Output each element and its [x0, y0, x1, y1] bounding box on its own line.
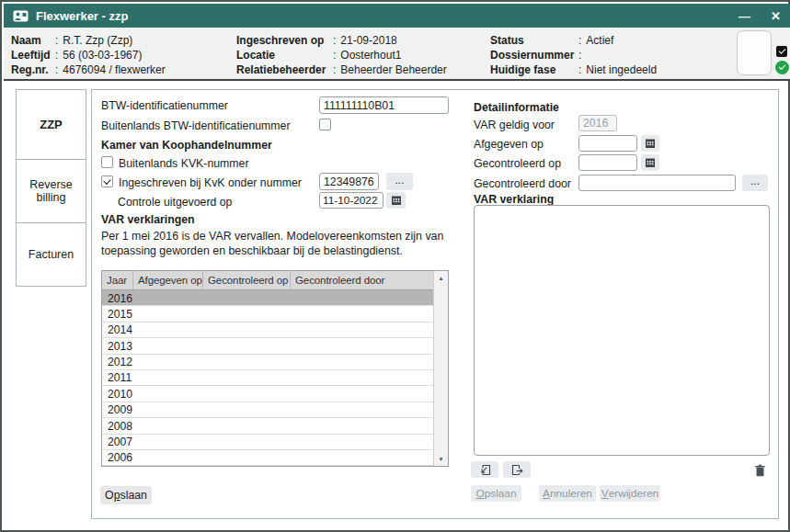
import-document-icon: [479, 464, 491, 476]
table-row[interactable]: 2006: [102, 450, 433, 466]
scroll-down-icon[interactable]: ▼: [434, 456, 448, 462]
calendar-icon: [645, 157, 656, 168]
table-row[interactable]: 2008: [102, 418, 433, 434]
calendar-icon: [391, 195, 402, 206]
kvk-registered-label: Ingeschreven bij KvK onder nummer: [119, 176, 302, 189]
kvk-number-input[interactable]: [319, 173, 379, 190]
header-field-relatiebeheerder: Relatiebeheerder : Beheerder Beheerder: [236, 63, 447, 76]
minimize-button[interactable]: —: [738, 9, 750, 23]
foreign-btw-checkbox[interactable]: [319, 119, 331, 130]
table-row[interactable]: 2012: [102, 355, 433, 370]
titlebar: Flexwerker - zzp — ✕: [4, 4, 790, 28]
column-header-afgegeven-op[interactable]: Afgegeven op: [133, 271, 203, 289]
issued-input[interactable]: [578, 135, 637, 152]
valid-for-input: [578, 115, 617, 131]
column-header-gecontroleerd-door[interactable]: Gecontroleerd door: [291, 271, 433, 289]
kvk-heading: Kamer van Koophandelnummer: [101, 139, 272, 152]
statement-label: VAR verklaring: [474, 193, 554, 206]
table-row[interactable]: 2014: [102, 323, 433, 338]
header-field-huidige-fase: Huidige fase : Niet ingedeeld: [490, 63, 657, 76]
btw-label: BTW-identificatienummer: [101, 99, 228, 112]
valid-for-label: VAR geldig voor: [474, 119, 555, 131]
detail-heading: Detailinformatie: [474, 101, 559, 114]
delete-trash-button[interactable]: [749, 462, 771, 478]
calendar-icon: [645, 138, 656, 149]
header-field-dossiernummer: Dossiernummer :: [490, 49, 586, 62]
table-row[interactable]: 2007: [102, 435, 433, 450]
foreign-kvk-label: Buitenlands KVK-nummer: [119, 157, 248, 170]
check-date-label: Controle uitgevoerd op: [118, 196, 232, 209]
save-button-left[interactable]: Opslaan: [100, 486, 152, 504]
photo-placeholder[interactable]: [737, 30, 772, 75]
tab-facturen[interactable]: Facturen: [16, 222, 86, 287]
check-date-calendar-button[interactable]: [386, 192, 406, 209]
header-checkbox-checked[interactable]: [776, 46, 787, 57]
table-row[interactable]: 2011: [102, 370, 433, 386]
header-field-ingeschreven: Ingeschreven op : 21-09-2018: [236, 34, 397, 47]
kvk-registered-checkbox[interactable]: [101, 175, 113, 187]
var-table-content: Jaar Afgegeven op Gecontroleerd op Gecon…: [102, 271, 433, 466]
var-table-body: 2016 2015 2014: [102, 290, 433, 466]
var-table: Jaar Afgegeven op Gecontroleerd op Gecon…: [101, 270, 449, 467]
checked-on-calendar-button[interactable]: [641, 154, 659, 171]
btw-input[interactable]: [319, 96, 449, 114]
close-button[interactable]: ✕: [771, 9, 781, 23]
checked-by-browse-button[interactable]: ...: [742, 175, 768, 191]
header-field-naam: Naam : R.T. Zzp (Zzp): [11, 34, 132, 47]
tab-reverse-billing[interactable]: Reverse billing: [16, 159, 86, 223]
checked-by-label: Gecontroleerd door: [474, 177, 571, 190]
person-card-icon: [13, 10, 29, 22]
column-header-jaar[interactable]: Jaar: [102, 271, 133, 289]
var-table-header: Jaar Afgegeven op Gecontroleerd op Gecon…: [102, 271, 433, 290]
flexwerker-window: Flexwerker - zzp — ✕ Naam : R.T. Zzp (Zz…: [0, 0, 790, 532]
issued-calendar-button[interactable]: [641, 135, 659, 152]
cancel-button[interactable]: Annuleren: [539, 485, 596, 502]
save-button[interactable]: Opslaan: [471, 485, 521, 502]
table-row[interactable]: 2009: [102, 402, 433, 418]
table-row[interactable]: 2013: [102, 338, 433, 354]
foreign-btw-label: Buitenlands BTW-identificatienummer: [101, 119, 291, 132]
header-field-status: Status : Actief: [490, 34, 613, 47]
kvk-browse-button[interactable]: ...: [386, 173, 413, 190]
header-field-leeftijd: Leeftijd : 56 (03-03-1967): [11, 49, 142, 62]
var-heading: VAR verklaringen: [101, 213, 195, 226]
export-button[interactable]: [503, 461, 531, 478]
table-row[interactable]: 2016: [102, 290, 433, 306]
tab-zzp[interactable]: ZZP: [16, 89, 86, 160]
checked-on-input[interactable]: [578, 154, 637, 171]
export-document-icon: [511, 464, 523, 476]
window-title: Flexwerker - zzp: [36, 9, 128, 23]
header-field-locatie: Locatie : Oosterhout1: [236, 49, 401, 62]
table-row[interactable]: 2010: [102, 386, 433, 402]
delete-button[interactable]: Verwijderen: [600, 485, 660, 502]
checked-on-label: Gecontroleerd op: [474, 157, 561, 170]
check-date-input[interactable]: [319, 192, 384, 209]
header-field-regnr: Reg.nr. : 4676094 / flexwerker: [11, 63, 166, 76]
record-header: Naam : R.T. Zzp (Zzp) Leeftijd : 56 (03-…: [4, 28, 790, 81]
checked-by-input[interactable]: [578, 175, 736, 191]
issued-label: Afgegeven op: [474, 138, 544, 151]
column-header-gecontroleerd-op[interactable]: Gecontroleerd op: [203, 271, 291, 289]
import-button[interactable]: [471, 461, 498, 478]
table-scrollbar[interactable]: ▲ ▼: [433, 271, 448, 466]
trash-icon: [754, 464, 766, 477]
scroll-up-icon[interactable]: ▲: [434, 275, 448, 281]
status-ok-icon: [775, 61, 789, 74]
statement-textarea[interactable]: [474, 205, 770, 456]
table-row[interactable]: 2015: [102, 306, 433, 322]
var-note: Per 1 mei 2016 is de VAR vervallen. Mode…: [101, 229, 454, 258]
foreign-kvk-checkbox[interactable]: [101, 156, 113, 168]
